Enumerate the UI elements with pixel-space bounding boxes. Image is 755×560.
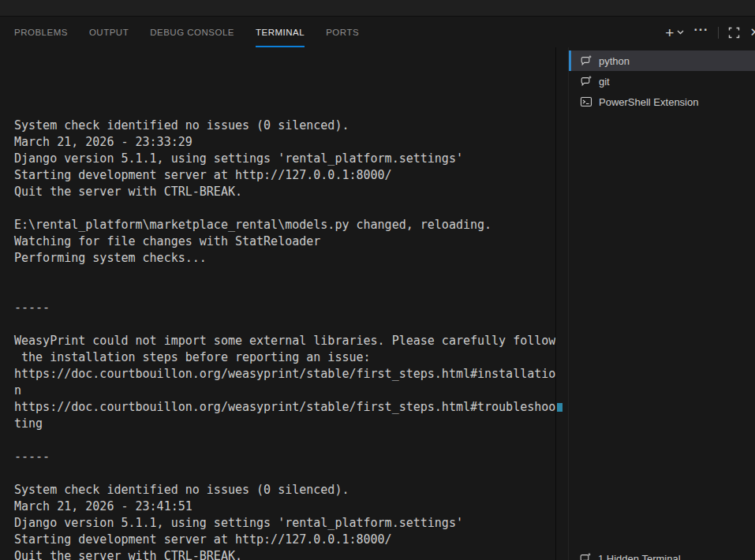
- terminal-line: n: [14, 383, 559, 399]
- terminal-line: https://doc.courtbouillon.org/weasyprint…: [14, 399, 559, 416]
- close-panel-button[interactable]: ✕: [749, 25, 755, 39]
- tab-terminal[interactable]: TERMINAL: [256, 17, 305, 47]
- tab-problems[interactable]: PROBLEMS: [14, 17, 68, 47]
- terminal-tab-label: python: [599, 55, 630, 67]
- terminal-line: Starting development server at http://12…: [14, 532, 559, 548]
- terminal-tabs-sash[interactable]: [555, 47, 556, 560]
- terminal-tab-git[interactable]: git: [569, 71, 755, 91]
- terminal-icon: [580, 95, 592, 108]
- terminal-line: [14, 283, 559, 300]
- terminal-line: March 21, 2026 - 23:41:51: [14, 498, 559, 515]
- terminal-line: [14, 200, 559, 217]
- terminal-line: Starting development server at http://12…: [14, 167, 559, 184]
- terminal-line: -----: [14, 300, 559, 316]
- terminal-tab-label: PowerShell Extension: [599, 96, 698, 108]
- terminal-tab-label: git: [599, 76, 610, 88]
- terminal-line: Quit the server with CTRL-BREAK.: [14, 184, 559, 200]
- terminal-line: Watching for file changes with StatReloa…: [14, 233, 559, 250]
- chat-sparkle-terminal-icon: [579, 552, 592, 560]
- terminal-line: [14, 316, 559, 333]
- terminal-line: https://doc.courtbouillon.org/weasyprint…: [14, 366, 559, 383]
- panel-actions: + ··· ✕: [665, 17, 755, 47]
- terminal-line: Quit the server with CTRL-BREAK.: [14, 548, 559, 560]
- terminal-line: Performing system checks...: [14, 250, 559, 267]
- terminal-line: Django version 5.1.1, using settings 're…: [14, 151, 559, 167]
- ellipsis-icon: ···: [693, 24, 708, 41]
- terminal-line: Django version 5.1.1, using settings 're…: [14, 515, 559, 532]
- chevron-down-icon[interactable]: [677, 30, 684, 35]
- terminal-line: the installation steps before reporting …: [14, 349, 559, 366]
- maximize-panel-button[interactable]: [728, 27, 740, 39]
- terminal-line: ting: [14, 416, 559, 432]
- terminal-log[interactable]: System check identified no issues (0 sil…: [14, 84, 559, 560]
- terminal-line: -----: [14, 449, 559, 465]
- screen-full-icon: [728, 27, 740, 39]
- hidden-terminals-label: 1 Hidden Terminal: [598, 553, 681, 560]
- terminal-line: [14, 432, 559, 449]
- editor-strip: [0, 0, 755, 17]
- terminal-tab-python[interactable]: python: [569, 50, 755, 71]
- terminal-line: [14, 267, 559, 283]
- panel-tab-bar: PROBLEMS OUTPUT DEBUG CONSOLE TERMINAL P…: [0, 17, 755, 47]
- terminal-tab-powershell-extension[interactable]: PowerShell Extension: [569, 91, 755, 112]
- chat-sparkle-terminal-icon: [580, 75, 592, 88]
- scrollbar-decoration: [557, 403, 563, 412]
- terminal-line: [14, 465, 559, 482]
- tab-debug-console[interactable]: DEBUG CONSOLE: [150, 17, 234, 47]
- hidden-terminals-footer[interactable]: 1 Hidden Terminal: [568, 548, 755, 560]
- close-icon: ✕: [749, 25, 755, 39]
- actions-separator: [718, 27, 719, 39]
- terminal-line: March 21, 2026 - 23:33:29: [14, 134, 559, 151]
- terminal-tabs-list: python git PowerShell Extension: [568, 47, 755, 560]
- terminal-line: System check identified no issues (0 sil…: [14, 118, 559, 134]
- terminal-line: WeasyPrint could not import some externa…: [14, 333, 559, 349]
- plus-icon: +: [665, 25, 674, 40]
- terminal-line: System check identified no issues (0 sil…: [14, 482, 559, 498]
- tab-ports[interactable]: PORTS: [326, 17, 359, 47]
- terminal-line: E:\rental_platform\marketplace_rental\mo…: [14, 217, 559, 233]
- more-actions-button[interactable]: ···: [693, 24, 708, 41]
- new-terminal-button[interactable]: +: [665, 25, 684, 40]
- tab-output[interactable]: OUTPUT: [89, 17, 129, 47]
- chat-sparkle-terminal-icon: [580, 54, 592, 67]
